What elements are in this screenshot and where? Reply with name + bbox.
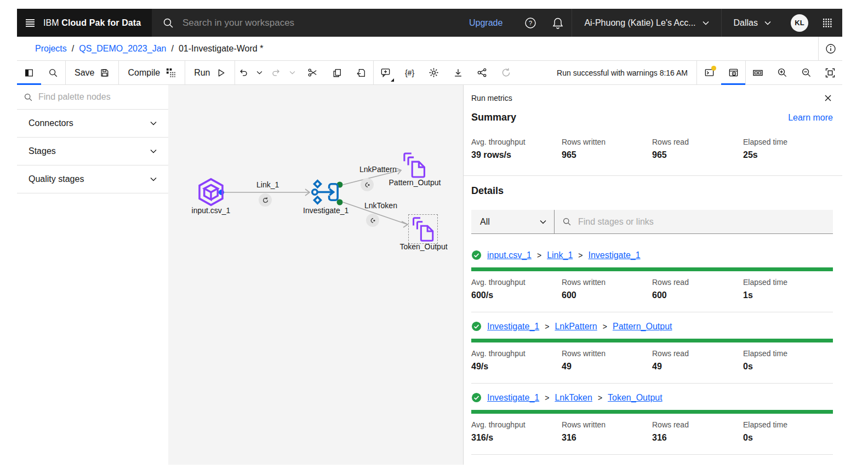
app-title: IBM Cloud Pak for Data bbox=[43, 18, 141, 28]
stat-value: 965 bbox=[562, 150, 652, 160]
link-badge-lnktoken[interactable] bbox=[366, 214, 379, 227]
detail-link-link[interactable]: LnkToken bbox=[555, 393, 592, 403]
details-search-input[interactable] bbox=[578, 217, 825, 227]
learn-more-link[interactable]: Learn more bbox=[788, 113, 833, 123]
stat-value: 39 rows/s bbox=[471, 150, 562, 160]
breadcrumb-project-name[interactable]: QS_DEMO_2023_Jan bbox=[79, 44, 166, 54]
path-chevron: > bbox=[598, 393, 602, 402]
search-canvas-button[interactable] bbox=[41, 61, 65, 84]
link-label-link-1[interactable]: Link_1 bbox=[256, 180, 279, 189]
search-icon bbox=[48, 68, 58, 78]
filter-selected-value: All bbox=[480, 217, 490, 227]
close-panel-button[interactable] bbox=[823, 93, 833, 103]
summary-title: Summary bbox=[471, 112, 516, 123]
pattern-output-node-icon[interactable] bbox=[403, 152, 426, 179]
detail-link-target[interactable]: Token_Output bbox=[608, 393, 663, 403]
node-label-input-csv[interactable]: input.csv_1 bbox=[190, 206, 232, 215]
flow-info-button[interactable] bbox=[818, 37, 842, 60]
download-button[interactable] bbox=[446, 61, 470, 84]
progress-bar bbox=[471, 339, 833, 342]
account-label: Ai-Phuong (Katie) Le's Acc... bbox=[584, 18, 695, 28]
panel-header: Run metrics bbox=[464, 85, 842, 103]
details-filter-dropdown[interactable]: All bbox=[471, 210, 555, 234]
breadcrumb-projects[interactable]: Projects bbox=[35, 44, 67, 54]
detail-link-target[interactable]: Investigate_1 bbox=[588, 250, 640, 260]
cut-icon bbox=[307, 67, 318, 78]
save-label: Save bbox=[75, 68, 94, 78]
copy-button[interactable] bbox=[325, 61, 349, 84]
detail-link-target[interactable]: Pattern_Output bbox=[613, 322, 672, 332]
flow-canvas[interactable]: input.csv_1 Link_1 I bbox=[168, 85, 463, 465]
split-view-icon bbox=[752, 67, 763, 78]
stat-value: 25s bbox=[743, 150, 833, 160]
detail-link-source[interactable]: input.csv_1 bbox=[487, 250, 532, 260]
stat-value: 49 bbox=[562, 362, 652, 372]
account-selector[interactable]: Ai-Phuong (Katie) Le's Acc... bbox=[572, 9, 721, 37]
palette-section-stages[interactable]: Stages bbox=[17, 138, 168, 165]
chevron-down-icon bbox=[703, 21, 709, 25]
redo-options-button[interactable] bbox=[284, 61, 301, 84]
progress-bar bbox=[471, 410, 833, 414]
help-button[interactable]: ? bbox=[517, 9, 544, 37]
stat-value: 316 bbox=[562, 433, 652, 443]
global-search-input[interactable] bbox=[182, 18, 391, 28]
breadcrumb-separator: / bbox=[72, 44, 74, 54]
schema-view-button[interactable] bbox=[470, 61, 494, 84]
undo-options-button[interactable] bbox=[252, 61, 268, 84]
region-selector[interactable]: Dallas bbox=[722, 9, 783, 37]
fit-to-screen-button[interactable] bbox=[818, 61, 842, 84]
palette-search-input[interactable] bbox=[38, 92, 148, 102]
split-view-button[interactable] bbox=[746, 61, 770, 84]
logs-panel-button[interactable] bbox=[697, 61, 721, 84]
app-switcher-button[interactable] bbox=[813, 9, 842, 37]
palette-section-connectors[interactable]: Connectors bbox=[17, 110, 168, 138]
refresh-button[interactable] bbox=[494, 61, 518, 84]
chevron-down-icon bbox=[289, 71, 295, 75]
token-output-node-icon[interactable] bbox=[412, 216, 435, 242]
toggle-palette-button[interactable] bbox=[17, 61, 41, 84]
detail-link-link[interactable]: Link_1 bbox=[547, 250, 573, 260]
investigate-node-icon[interactable] bbox=[310, 179, 339, 205]
stat-label: Elapsed time bbox=[743, 349, 833, 358]
upgrade-link[interactable]: Upgrade bbox=[455, 9, 517, 37]
node-label-token-output[interactable]: Token_Output bbox=[397, 242, 450, 251]
compile-button[interactable]: Compile bbox=[119, 61, 185, 84]
redo-button[interactable] bbox=[268, 61, 284, 84]
warning-badge bbox=[711, 66, 716, 71]
breadcrumb-row: Projects / QS_DEMO_2023_Jan / 01-Investi… bbox=[17, 37, 842, 61]
detail-link-source[interactable]: Investigate_1 bbox=[487, 322, 539, 332]
node-label-investigate[interactable]: Investigate_1 bbox=[303, 206, 347, 215]
schema-icon bbox=[477, 67, 487, 78]
undo-button[interactable] bbox=[235, 61, 252, 84]
download-icon bbox=[453, 68, 463, 78]
input-csv-node-icon[interactable] bbox=[196, 178, 226, 207]
hamburger-menu-button[interactable] bbox=[17, 9, 43, 37]
detail-link-link[interactable]: LnkPattern bbox=[555, 322, 597, 332]
cut-button[interactable] bbox=[301, 61, 325, 84]
settings-button[interactable] bbox=[422, 61, 446, 84]
zoom-in-button[interactable] bbox=[770, 61, 794, 84]
paste-button[interactable] bbox=[349, 61, 373, 84]
link-type-icon bbox=[364, 181, 371, 189]
link-badge-lnkpattern[interactable] bbox=[361, 178, 374, 191]
save-icon bbox=[100, 68, 110, 78]
run-metrics-panel-button[interactable] bbox=[721, 61, 745, 84]
add-comment-button[interactable] bbox=[374, 61, 398, 84]
stat-label: Elapsed time bbox=[743, 278, 833, 287]
chevron-down-icon bbox=[256, 71, 262, 75]
save-button[interactable]: Save bbox=[66, 61, 118, 84]
link-badge-refresh[interactable] bbox=[259, 193, 272, 207]
link-label-lnkpattern[interactable]: LnkPattern bbox=[359, 165, 397, 174]
avatar[interactable]: KL bbox=[791, 14, 808, 32]
chevron-down-icon bbox=[150, 121, 157, 125]
breadcrumb-current-flow: 01-Investigate-Word * bbox=[179, 44, 263, 54]
detail-link-source[interactable]: Investigate_1 bbox=[487, 393, 539, 403]
link-label-lnktoken[interactable]: LnkToken bbox=[364, 201, 397, 210]
zoom-out-button[interactable] bbox=[794, 61, 818, 84]
palette-section-quality-stages[interactable]: Quality stages bbox=[17, 165, 168, 193]
node-label-pattern-output[interactable]: Pattern_Output bbox=[387, 178, 442, 187]
notifications-button[interactable] bbox=[544, 9, 572, 37]
parameters-button[interactable]: {#} bbox=[398, 61, 422, 84]
stat-block: Avg. throughput 39 rows/s bbox=[471, 138, 562, 160]
run-button[interactable]: Run bbox=[185, 61, 234, 84]
